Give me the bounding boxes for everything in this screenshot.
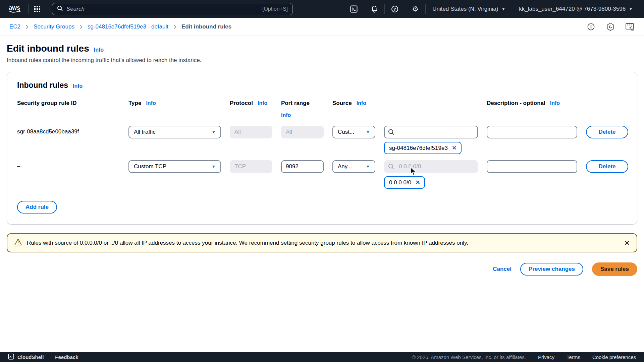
source-tag-label: sg-04816e76dfef519e3 — [389, 145, 448, 152]
type-select-value: All traffic — [134, 129, 156, 135]
protocol-input — [230, 160, 272, 173]
aws-logo[interactable]: aws — [7, 4, 23, 14]
source-cell: 0.0.0.0/0 ✕ — [384, 160, 478, 189]
divider — [364, 4, 364, 14]
terms-link[interactable]: Terms — [567, 354, 580, 360]
rule-row: sgr-08aa8cd5e00baa39f All traffic ▼ Cust… — [17, 126, 628, 154]
console-footer: CloudShell Feedback © 2025, Amazon Web S… — [0, 352, 644, 362]
remove-tag-icon[interactable]: ✕ — [415, 179, 420, 186]
divider — [405, 4, 405, 14]
close-icon[interactable]: ✕ — [624, 239, 630, 246]
search-icon — [388, 164, 394, 170]
cloudshell-label: CloudShell — [17, 354, 44, 360]
type-info-link[interactable]: Info — [146, 100, 156, 106]
port-range-info-link[interactable]: Info — [281, 112, 291, 118]
cloudshell-icon — [8, 354, 14, 361]
divider — [384, 4, 385, 14]
breadcrumb-security-group-link[interactable]: sg-04816e76dfef519e3 - default — [88, 23, 168, 30]
source-tag-label: 0.0.0.0/0 — [389, 179, 411, 186]
add-rule-button[interactable]: Add rule — [17, 201, 57, 214]
privacy-link[interactable]: Privacy — [538, 354, 554, 360]
cancel-button[interactable]: Cancel — [493, 266, 512, 273]
rule-row: – Custom TCP ▼ Any... ▼ 0.0.0.0/0 ✕ — [17, 160, 628, 189]
notifications-bell-icon[interactable] — [368, 3, 380, 15]
search-placeholder: Search — [66, 6, 259, 12]
protocol-info-link[interactable]: Info — [258, 100, 267, 106]
delete-rule-button[interactable]: Delete — [586, 160, 628, 173]
source-search-input[interactable] — [384, 126, 478, 138]
port-range-input[interactable] — [281, 160, 324, 173]
page-title: Edit inbound rules — [7, 43, 89, 54]
search-icon — [388, 129, 394, 135]
divider — [425, 4, 426, 14]
help-icon[interactable]: ? — [389, 3, 401, 15]
col-description-label: Description - optional — [487, 100, 545, 107]
search-icon — [57, 5, 63, 13]
cloudshell-button[interactable]: CloudShell — [8, 354, 44, 361]
source-mode-value: Cust... — [338, 129, 354, 135]
save-rules-button[interactable]: Save rules — [592, 262, 637, 276]
settings-gear-icon[interactable]: ⚙ — [409, 3, 421, 15]
page-subtitle: Inbound rules control the incoming traff… — [7, 57, 637, 64]
page-title-info-link[interactable]: Info — [94, 47, 104, 53]
rule-id-value: – — [17, 160, 120, 170]
type-select[interactable]: All traffic ▼ — [128, 126, 221, 138]
col-port-range-label: Port range — [281, 100, 310, 107]
chevron-down-icon: ▼ — [366, 130, 370, 134]
divider — [512, 4, 512, 14]
source-mode-select[interactable]: Cust... ▼ — [332, 126, 375, 138]
region-label: United States (N. Virginia) — [432, 6, 498, 12]
amazon-q-icon[interactable] — [606, 22, 615, 32]
preview-changes-button[interactable]: Preview changes — [520, 263, 583, 276]
warning-banner: Rules with source of 0.0.0.0/0 or ::/0 a… — [7, 233, 637, 252]
info-icon[interactable] — [586, 22, 596, 32]
divider — [28, 4, 29, 14]
search-shortcut: [Option+S] — [262, 6, 288, 12]
breadcrumb-security-groups-link[interactable]: Security Groups — [34, 23, 74, 30]
inbound-rules-card: Inbound rules Info Security group rule I… — [7, 72, 637, 225]
region-selector[interactable]: United States (N. Virginia) ▼ — [430, 6, 508, 12]
account-menu[interactable]: kk_labs_user_644720 @ 7673-9800-3596 ▼ — [516, 6, 635, 12]
breadcrumb-current-page: Edit inbound rules — [181, 23, 231, 30]
description-info-link[interactable]: Info — [550, 100, 560, 106]
source-tag: 0.0.0.0/0 ✕ — [384, 176, 425, 189]
col-rule-id-label: Security group rule ID — [17, 100, 77, 107]
type-select[interactable]: Custom TCP ▼ — [128, 160, 221, 173]
chevron-down-icon: ▼ — [366, 164, 370, 169]
split-panel-icon[interactable] — [625, 22, 635, 32]
col-protocol-label: Protocol — [230, 100, 253, 107]
col-source-label: Source — [332, 100, 352, 107]
source-info-link[interactable]: Info — [357, 100, 366, 106]
copyright-text: © 2025, Amazon Web Services, Inc. or its… — [412, 354, 526, 360]
source-tag: sg-04816e76dfef519e3 ✕ — [384, 142, 462, 154]
chevron-right-icon — [173, 24, 176, 29]
account-label: kk_labs_user_644720 @ 7673-9800-3596 — [519, 6, 626, 12]
svg-text:?: ? — [393, 7, 396, 12]
card-title-info-link[interactable]: Info — [73, 83, 83, 89]
breadcrumb-ec2-link[interactable]: EC2 — [9, 23, 20, 30]
chevron-down-icon: ▼ — [501, 7, 505, 11]
remove-tag-icon[interactable]: ✕ — [452, 144, 457, 152]
feedback-button[interactable]: Feedback — [55, 354, 78, 360]
source-mode-select[interactable]: Any... ▼ — [332, 160, 375, 173]
form-actions: Cancel Preview changes Save rules — [7, 262, 637, 276]
chevron-down-icon: ▼ — [212, 130, 216, 134]
source-mode-value: Any... — [338, 163, 352, 170]
description-input[interactable] — [487, 160, 577, 173]
description-input[interactable] — [487, 126, 577, 138]
global-search-input[interactable]: Search [Option+S] — [52, 3, 293, 15]
card-title: Inbound rules — [17, 81, 68, 90]
chevron-right-icon — [25, 24, 29, 29]
port-range-input — [281, 126, 324, 138]
chevron-right-icon — [79, 24, 83, 29]
services-grid-icon[interactable] — [34, 6, 41, 12]
breadcrumb: EC2 Security Groups sg-04816e76dfef519e3… — [0, 18, 644, 36]
source-search-input — [384, 160, 478, 173]
rule-id-value: sgr-08aa8cd5e00baa39f — [17, 126, 120, 135]
delete-rule-button[interactable]: Delete — [586, 126, 628, 138]
top-navigation-bar: aws Search [Option+S] ? — [0, 0, 644, 18]
protocol-input — [230, 126, 272, 138]
col-type-label: Type — [128, 100, 141, 107]
cookie-preferences-link[interactable]: Cookie preferences — [592, 354, 636, 360]
cloudshell-icon[interactable] — [348, 3, 360, 15]
